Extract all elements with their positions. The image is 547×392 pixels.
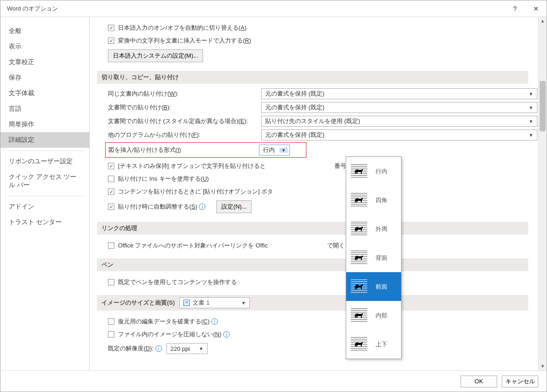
sidebar-item[interactable]: 簡単操作 bbox=[0, 117, 89, 132]
dropdown-item[interactable]: 上下 bbox=[346, 330, 401, 359]
word-doc-icon bbox=[183, 300, 190, 306]
sidebar: 全般表示文章校正保存文字体裁言語簡単操作詳細設定リボンのユーザー設定クイック ア… bbox=[0, 17, 90, 371]
dropdown-item[interactable]: 行内 bbox=[346, 157, 401, 186]
check-discard-edit-data[interactable]: 復元用の編集データを破棄する(C)i bbox=[108, 315, 537, 328]
paste-settings-button[interactable]: 設定(N)... bbox=[216, 200, 252, 213]
info-icon[interactable]: i bbox=[211, 318, 218, 325]
cancel-button[interactable]: キャンセル bbox=[502, 376, 538, 387]
check-insert-mode[interactable]: 変換中の文字列を文書に挿入モードで入力する(R) bbox=[108, 34, 537, 47]
dropdown-item[interactable]: 背面 bbox=[346, 243, 401, 272]
check-textonly-keep-bullets[interactable]: [テキストのみ保持] オプションで文字列を貼り付けると番号を保持する(L) bbox=[108, 160, 537, 172]
check-pen-default[interactable]: 既定でペンを使用してコンテンツを操作する bbox=[108, 276, 537, 289]
sidebar-item[interactable]: リボンのユーザー設定 bbox=[0, 154, 89, 169]
image-wrap-dropdown: 行内四角外周背面前面内部上下 bbox=[346, 156, 402, 359]
sidebar-item[interactable]: 表示 bbox=[0, 39, 89, 54]
section-image-quality: イメージのサイズと画質(S) 文書 1▼ bbox=[97, 295, 528, 311]
combo-paste-between-style[interactable]: 貼り付け先のスタイルを使用 (既定)▼ bbox=[261, 116, 537, 127]
footer: OK キャンセル bbox=[0, 371, 547, 392]
sidebar-item[interactable]: 文章校正 bbox=[0, 54, 89, 70]
check-office-hyperlink[interactable]: Office ファイルへのサポート対象ハイパーリンクを Officで開く bbox=[108, 239, 537, 252]
label-paste-other-prog: 他のプログラムからの貼り付け(F): bbox=[108, 131, 261, 139]
scroll-up-icon[interactable]: ▲ bbox=[539, 17, 547, 25]
check-auto-adjust[interactable]: 貼り付け時に自動調整する(S)i 設定(N)... bbox=[108, 198, 537, 215]
check-paste-options-button[interactable]: コンテンツを貼り付けるときに [貼り付けオプション] ボタ bbox=[108, 185, 537, 198]
section-pen: ペン bbox=[97, 258, 528, 271]
sidebar-item[interactable]: 全般 bbox=[0, 23, 89, 39]
close-button[interactable]: ✕ bbox=[526, 0, 547, 17]
sidebar-item[interactable]: 言語 bbox=[0, 101, 89, 117]
ime-settings-button[interactable]: 日本語入力システムの設定(M)... bbox=[108, 49, 203, 62]
scroll-down-icon[interactable]: ▼ bbox=[539, 362, 547, 371]
dropdown-item[interactable]: 内部 bbox=[346, 301, 401, 330]
label-default-resolution: 既定の解像度(D): bbox=[108, 344, 154, 353]
info-icon[interactable]: i bbox=[199, 204, 205, 210]
check-ins-key[interactable]: 貼り付けに Ins キーを使用する(U) bbox=[108, 172, 537, 185]
window-title: Word のオプション bbox=[7, 5, 504, 13]
combo-default-resolution[interactable]: 220 ppi▼ bbox=[166, 343, 208, 354]
titlebar: Word のオプション ? ✕ bbox=[0, 0, 547, 17]
combo-paste-other-prog[interactable]: 元の書式を保持 (既定)▼ bbox=[261, 129, 537, 140]
check-auto-ime[interactable]: 日本語入力のオン/オフを自動的に切り替える(A) bbox=[108, 21, 537, 34]
content-panel: 日本語入力のオン/オフを自動的に切り替える(A) 変換中の文字列を文書に挿入モー… bbox=[90, 17, 547, 371]
ok-button[interactable]: OK bbox=[461, 376, 497, 387]
info-icon[interactable]: i bbox=[223, 331, 230, 338]
combo-target-document[interactable]: 文書 1▼ bbox=[179, 297, 250, 308]
section-cut-copy-paste: 切り取り、コピー、貼り付け bbox=[97, 71, 528, 84]
info-icon[interactable]: i bbox=[156, 345, 162, 352]
sidebar-item[interactable]: 文字体裁 bbox=[0, 86, 89, 101]
section-link: リンクの処理 bbox=[97, 222, 528, 235]
label-paste-between-style: 文書間での貼り付け (スタイル定義が異なる場合)(E): bbox=[108, 117, 261, 125]
dropdown-item[interactable]: 外周 bbox=[346, 215, 401, 243]
scrollbar[interactable]: ▲ ▼ bbox=[538, 17, 547, 371]
scroll-thumb[interactable] bbox=[540, 81, 546, 131]
label-paste-between: 文書間での貼り付け(B): bbox=[108, 103, 261, 112]
dropdown-item[interactable]: 四角 bbox=[346, 186, 401, 215]
sidebar-item[interactable]: 詳細設定 bbox=[0, 132, 89, 148]
sidebar-item[interactable]: 保存 bbox=[0, 70, 89, 86]
label-paste-same-doc: 同じ文書内の貼り付け(W): bbox=[108, 90, 261, 98]
sidebar-item[interactable]: クイック アクセス ツール バー bbox=[0, 169, 89, 193]
dropdown-item[interactable]: 前面 bbox=[346, 272, 401, 301]
help-button[interactable]: ? bbox=[504, 0, 526, 17]
label-insert-image-format: 図を挿入/貼り付ける形式(I) bbox=[108, 146, 259, 154]
check-no-compress[interactable]: ファイル内のイメージを圧縮しない(N)i bbox=[108, 328, 537, 341]
sidebar-item[interactable]: トラスト センター bbox=[0, 215, 89, 230]
combo-paste-between[interactable]: 元の書式を保持 (既定)▼ bbox=[261, 102, 537, 113]
sidebar-item[interactable]: アドイン bbox=[0, 199, 89, 215]
combo-insert-image-format[interactable]: 行内▼ bbox=[259, 145, 290, 156]
combo-paste-same-doc[interactable]: 元の書式を保持 (既定)▼ bbox=[261, 88, 537, 99]
